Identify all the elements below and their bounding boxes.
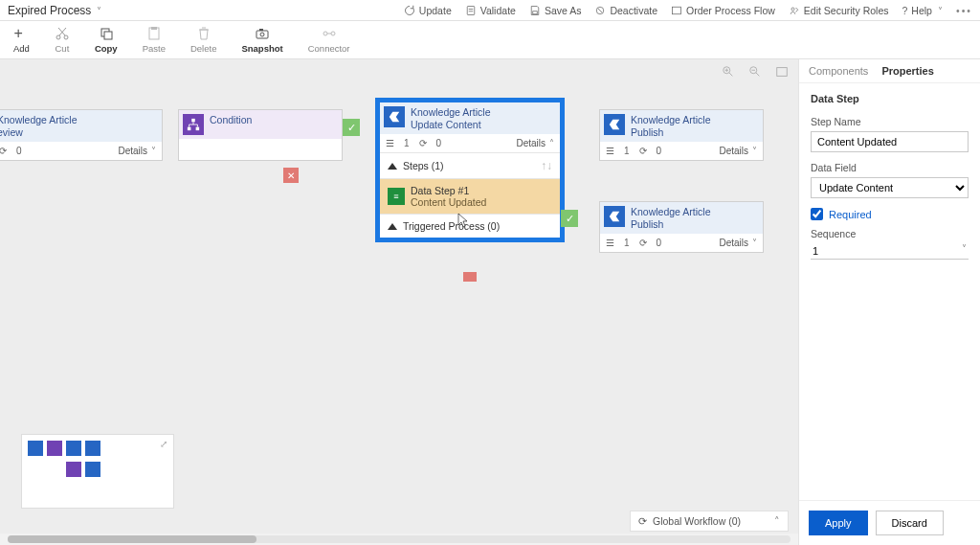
- svg-point-14: [323, 32, 327, 35]
- expand-icon[interactable]: ⤢: [160, 439, 167, 449]
- minimap-node: [85, 462, 100, 477]
- chevron-down-icon: ˅: [962, 243, 967, 254]
- editroles-label: Edit Security Roles: [804, 5, 889, 16]
- details-toggle[interactable]: Details: [118, 146, 156, 156]
- stage-icon: [604, 114, 625, 135]
- zoom-controls: [722, 65, 789, 79]
- process-title-text: Expired Process: [8, 4, 91, 17]
- zoom-out-icon[interactable]: [748, 65, 762, 79]
- svg-point-15: [331, 32, 335, 35]
- svg-rect-10: [151, 27, 157, 30]
- deactivate-button[interactable]: Deactivate: [594, 5, 657, 16]
- node-subtitle: Update Content: [411, 119, 481, 130]
- chevron-down-icon: [95, 4, 101, 17]
- paste-button[interactable]: Paste: [143, 26, 166, 54]
- data-step-item[interactable]: ≡ Data Step #1 Content Updated: [380, 178, 560, 214]
- snapshot-button[interactable]: Snapshot: [241, 26, 282, 54]
- apply-button[interactable]: Apply: [809, 511, 868, 535]
- process-title[interactable]: Expired Process: [8, 4, 101, 17]
- required-checkbox[interactable]: [811, 208, 823, 220]
- steps-count: 1: [624, 238, 630, 248]
- connector-icon: [322, 26, 337, 41]
- delete-button[interactable]: Delete: [190, 26, 216, 54]
- update-button[interactable]: Update: [404, 5, 452, 16]
- security-icon: [789, 5, 800, 16]
- data-step-icon: ≡: [388, 188, 405, 205]
- scissors-icon: [55, 26, 70, 41]
- paste-label: Paste: [143, 43, 166, 54]
- condition-node[interactable]: Condition: [178, 109, 343, 161]
- tab-components[interactable]: Components: [809, 65, 868, 77]
- connector-button[interactable]: Connector: [308, 26, 350, 54]
- node-title: Knowledge Article: [631, 114, 710, 125]
- minimap-node: [47, 441, 62, 456]
- cut-button[interactable]: Cut: [55, 26, 70, 54]
- steps-icon: ☰: [606, 238, 614, 248]
- svg-rect-20: [188, 127, 191, 131]
- add-button[interactable]: + Add: [13, 26, 30, 54]
- spinner-icon: ⟳: [419, 138, 427, 148]
- spinner-icon: ⟳: [639, 238, 647, 248]
- node-subtitle: eview: [0, 126, 23, 138]
- minimap-node: [85, 441, 100, 456]
- sequence-label: Sequence: [811, 228, 969, 239]
- cut-label: Cut: [56, 43, 70, 54]
- refresh-icon: [404, 5, 415, 16]
- scrollbar-thumb[interactable]: [8, 535, 256, 543]
- fit-icon[interactable]: [775, 65, 789, 79]
- order-icon: [671, 5, 682, 16]
- copy-icon: [99, 26, 114, 41]
- help-button[interactable]: ? Help: [902, 5, 943, 16]
- triggered-process-row[interactable]: Triggered Process (0): [380, 214, 560, 238]
- node-title: Condition: [210, 114, 252, 126]
- details-toggle[interactable]: Details: [719, 238, 757, 248]
- help-label: Help: [911, 5, 932, 16]
- details-toggle[interactable]: Details: [516, 138, 554, 148]
- minimap-node: [66, 462, 81, 477]
- deactivate-icon: [594, 5, 606, 16]
- saveas-button[interactable]: Save As: [529, 5, 582, 16]
- copy-button[interactable]: Copy: [95, 26, 118, 54]
- global-workflow-bar[interactable]: ⟳ Global Workflow (0) ˄: [630, 511, 789, 532]
- svg-rect-1: [533, 11, 538, 13]
- editroles-button[interactable]: Edit Security Roles: [789, 5, 889, 16]
- stage-icon: [384, 106, 405, 127]
- minimap[interactable]: ⤢: [21, 434, 174, 509]
- steps-header[interactable]: Steps (1) ↑↓: [380, 152, 560, 178]
- stage-node-publish-1[interactable]: Knowledge ArticlePublish ☰1 ⟳0 Details: [599, 109, 764, 161]
- validate-button[interactable]: Validate: [465, 5, 516, 16]
- validate-label: Validate: [480, 5, 516, 16]
- stage-node-update-content[interactable]: Knowledge ArticleUpdate Content ☰1 ⟳0 De…: [375, 98, 565, 242]
- required-label: Required: [829, 209, 872, 220]
- data-field-select[interactable]: Update Content: [811, 177, 969, 198]
- node-subtitle: Publish: [631, 126, 663, 138]
- canvas[interactable]: Knowledge Articleeview ⟳0 Details Condit…: [0, 59, 798, 545]
- validate-icon: [465, 5, 477, 16]
- more-button[interactable]: •••: [956, 5, 972, 16]
- details-toggle[interactable]: Details: [719, 146, 757, 156]
- orderflow-button[interactable]: Order Process Flow: [671, 5, 775, 16]
- step-name-input[interactable]: [811, 131, 969, 152]
- steps-icon: ☰: [386, 138, 394, 148]
- process-count: 0: [657, 238, 662, 248]
- tab-properties[interactable]: Properties: [881, 65, 933, 77]
- svg-rect-21: [196, 127, 200, 131]
- sequence-select[interactable]: [811, 243, 969, 260]
- steps-count: 1: [404, 138, 410, 148]
- svg-point-12: [260, 33, 264, 36]
- svg-point-6: [64, 35, 68, 39]
- count: 0: [16, 146, 22, 156]
- paste-icon: [146, 26, 162, 41]
- reorder-icon[interactable]: ↑↓: [541, 159, 552, 172]
- discard-button[interactable]: Discard: [876, 511, 944, 535]
- stage-node-review[interactable]: Knowledge Articleeview ⟳0 Details: [0, 109, 163, 161]
- horizontal-scrollbar[interactable]: [0, 534, 798, 545]
- zoom-in-icon[interactable]: [722, 65, 735, 79]
- svg-rect-13: [259, 29, 263, 31]
- data-step-title: Data Step #1: [411, 185, 486, 196]
- stage-node-publish-2[interactable]: Knowledge ArticlePublish ☰1 ⟳0 Details: [599, 201, 764, 253]
- chevron-down-icon: [936, 5, 943, 16]
- svg-rect-0: [467, 6, 475, 14]
- minimap-node: [28, 441, 43, 456]
- delete-handle-icon[interactable]: [463, 272, 477, 282]
